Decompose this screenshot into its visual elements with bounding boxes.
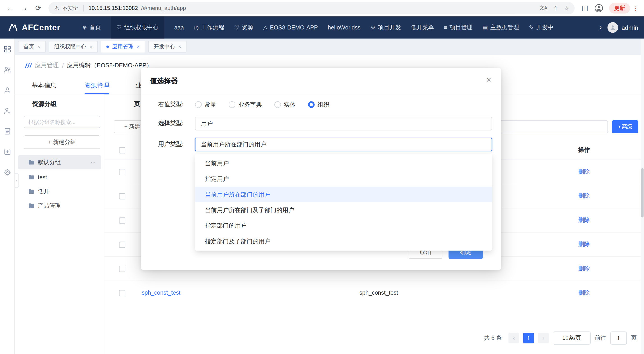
tab-app-management[interactable]: 应用管理 × [101,41,145,52]
pagination-next-icon[interactable]: › [538,333,548,343]
pagination-page-1[interactable]: 1 [523,333,534,343]
radio-organization[interactable]: 组织 [308,101,330,109]
nav-label: EOS8-DEMO-APP [270,24,318,31]
nav-item-org-auth-center[interactable]: ♡ 组织权限中心 [111,16,164,38]
folder-icon [28,174,34,180]
user-check-icon[interactable] [3,107,11,116]
resource-group-panel: 资源分组 + 新建分组 默认分组 ⋯ test 低开 产品管理 [15,94,104,354]
row-checkbox[interactable] [119,217,125,223]
plus-square-icon[interactable] [3,148,11,157]
close-icon[interactable]: × [90,44,92,50]
close-icon[interactable]: × [178,44,181,50]
goto-page-input[interactable] [610,332,627,345]
row-checkbox[interactable] [119,193,125,199]
tab-org-auth-center[interactable]: 组织权限中心 × [49,41,98,52]
heart-icon: ♡ [117,24,122,31]
forward-icon[interactable]: → [18,2,30,14]
breadcrumb-app-management[interactable]: 应用管理 [35,62,59,69]
nav-item-home[interactable]: ⊕ 首页 [82,16,101,38]
nav-label: 组织权限中心 [124,24,158,31]
row-checkbox[interactable] [119,169,125,175]
icon-rail [0,38,15,354]
nav-item-project-dev[interactable]: ⚙ 项目开发 [370,16,401,38]
reload-icon[interactable]: ⟳ [32,2,44,14]
grid-apps-icon[interactable] [3,45,11,55]
delete-link[interactable]: 删除 [578,192,590,200]
dropdown-option[interactable]: 当前用户 [195,156,492,171]
nav-label: 主数据管理 [490,24,519,31]
user-icon[interactable] [3,86,11,96]
url-bar[interactable]: ⚠ 不安全 10.15.15.151:13082 /#/menu_auth/ap… [48,2,575,14]
profile-icon[interactable] [593,2,605,14]
advanced-filter-button[interactable]: « 高级 [612,120,638,133]
delete-link[interactable]: 删除 [578,168,590,176]
group-more-icon[interactable]: ⋯ [90,159,96,165]
row-checkbox[interactable] [119,242,125,248]
dropdown-option[interactable]: 当前用户所在部门及子部门的用户 [195,202,492,218]
select-type-dropdown[interactable]: 用户 [195,117,492,131]
page-size-select[interactable]: 10条/页 [553,332,591,345]
select-all-checkbox[interactable] [119,147,125,153]
tab-basic-info[interactable]: 基本信息 [32,77,56,94]
radio-label: 组织 [318,101,330,109]
url-divider [83,5,84,11]
row-name-link[interactable]: sph_const_test [142,289,180,296]
nav-item-project-mgmt[interactable]: ≡ 项目管理 [444,16,473,38]
panel-collapse-handle[interactable]: ‹ [15,173,19,188]
radio-constant[interactable]: 常量 [195,101,216,109]
group-item-test[interactable]: test [15,170,104,184]
app-logo[interactable]: AFCenter [8,22,82,33]
group-item-default[interactable]: 默认分组 ⋯ [18,155,101,169]
radio-business-dict[interactable]: 业务字典 [229,101,262,109]
group-label: 低开 [38,187,49,195]
document-icon[interactable] [3,127,11,137]
back-icon[interactable]: ← [4,2,16,14]
close-icon[interactable]: × [38,44,40,50]
row-checkbox[interactable] [119,290,125,296]
share-icon[interactable]: ⇧ [553,5,558,11]
scrollbar-thumb[interactable] [641,168,644,217]
vertical-scrollbar[interactable] [640,38,644,354]
delete-link[interactable]: 删除 [578,265,590,272]
dropdown-option[interactable]: 指定用户 [195,171,492,187]
radio-entity[interactable]: 实体 [274,101,296,109]
url-host: 10.15.15.151:13082 [88,5,138,11]
new-group-button[interactable]: + 新建分组 [24,135,100,149]
tab-home[interactable]: 首页 × [18,41,46,52]
dropdown-option[interactable]: 指定部门的用户 [195,218,492,233]
modal-close-icon[interactable]: × [486,75,491,85]
bookmark-star-icon[interactable]: ☆ [564,5,569,11]
nav-item-lowcode-menu[interactable]: 低开菜单 [411,16,434,38]
nav-item-dev-center[interactable]: ✎ 开发中 [529,16,554,38]
group-search-input[interactable] [24,116,100,128]
dropdown-option-selected[interactable]: 当前用户所在部门的用户 [195,187,492,202]
nav-item-aaa[interactable]: aaa [174,16,184,38]
pagination-prev-icon[interactable]: ‹ [508,333,519,343]
gear-target-icon[interactable] [3,168,11,178]
nav-item-helloworldss[interactable]: helloWorldss [328,16,360,38]
nav-item-resource[interactable]: ♡ 资源 [234,16,253,38]
dropdown-option[interactable]: 指定部门及子部门的用户 [195,233,492,249]
nav-overflow-chevron-icon[interactable]: › [600,23,602,31]
nav-item-eos8-demo-app[interactable]: △ EOS8-DEMO-APP [263,16,318,38]
close-icon[interactable]: × [137,44,140,50]
delete-link[interactable]: 删除 [578,217,590,224]
nav-item-master-data[interactable]: ▤ 主数据管理 [482,16,519,38]
users-icon[interactable] [3,66,11,75]
browser-update-button[interactable]: 更新 [609,3,630,13]
group-item-lowcode[interactable]: 低开 [15,184,104,198]
user-menu[interactable]: admin [608,22,638,33]
tab-dev-center[interactable]: 开发中心 × [148,41,187,52]
translate-icon[interactable]: 文A [540,5,548,11]
browser-menu-icon[interactable]: ⋮ [632,4,640,12]
user-type-dropdown[interactable]: 当前用户所在部门的用户 [195,138,492,151]
tab-resource-management[interactable]: 资源管理 [85,77,109,94]
profile-avatar-icon [594,3,603,12]
nav-item-workflow[interactable]: ◷ 工作流程 [194,16,224,38]
delete-link[interactable]: 删除 [578,289,590,297]
nav-label: 工作流程 [201,24,224,31]
delete-link[interactable]: 删除 [578,241,590,248]
group-item-product-mgmt[interactable]: 产品管理 [15,198,104,213]
side-panel-icon[interactable]: ◫ [579,2,591,14]
row-checkbox[interactable] [119,266,125,272]
